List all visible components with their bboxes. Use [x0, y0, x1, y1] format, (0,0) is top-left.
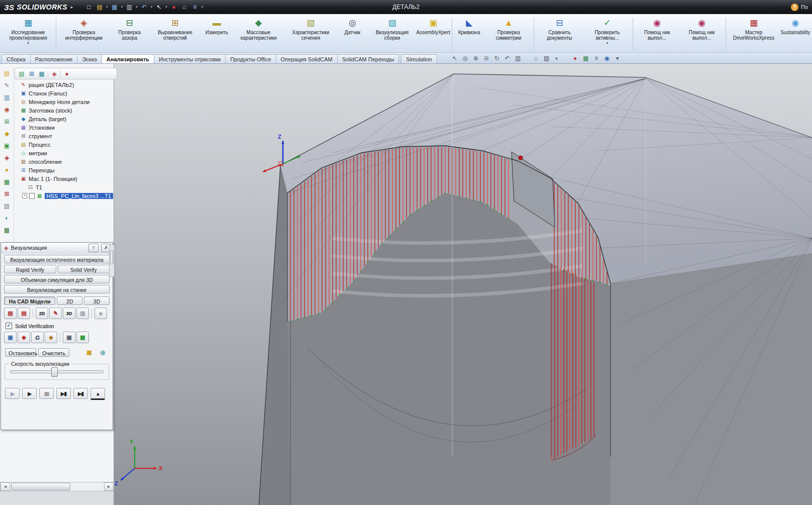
machine-icon[interactable]: ◈ — [50, 70, 58, 77]
stock-box-icon[interactable]: ▣ — [63, 332, 75, 343]
fixture-icon[interactable]: ◈ — [3, 153, 12, 162]
rapid-verify-button[interactable]: Rapid Verify — [4, 265, 56, 273]
tab-evaluate[interactable]: Анализировать — [102, 54, 154, 63]
ribbon-button-interference-check[interactable]: ◈Проверка интерференции — [58, 15, 110, 52]
scrollbar-thumb[interactable] — [11, 483, 70, 490]
cam-tree-icon[interactable]: ▤ — [18, 70, 26, 77]
tree-item-machine[interactable]: ▣Станок (Fanuc) — [14, 89, 113, 97]
appearance-icon[interactable]: ● — [571, 55, 579, 62]
ribbon-button-assistant-2[interactable]: ◉Помощ ник выпол... — [679, 15, 724, 52]
print-icon[interactable]: ▥ — [76, 308, 89, 319]
contrast-icon[interactable]: ◐ — [3, 214, 12, 222]
machine-simulation-button[interactable]: Визуализация на станке — [4, 285, 110, 293]
tab-render-tools[interactable]: Инструменты отрисовки — [154, 54, 226, 63]
solid-mode-icon[interactable]: ▣ — [4, 332, 17, 343]
hud-caret-icon[interactable]: ▾ — [614, 55, 622, 62]
ribbon-button-assemblyxpert[interactable]: ▣AssemblyXpert — [417, 15, 450, 52]
tree-item-mac1[interactable]: ▣Мас 1 (1- Позиция) — [14, 174, 113, 183]
ribbon-button-clearance-check[interactable]: ⊟Проверка зазора — [110, 15, 149, 52]
search-text[interactable]: По — [801, 4, 808, 10]
save-icon[interactable]: ▦ — [110, 2, 120, 12]
open-caret-icon[interactable]: ▾ — [106, 5, 108, 9]
home-icon[interactable]: ⌂ — [179, 2, 189, 12]
camera-icon[interactable]: ◉ — [603, 55, 611, 62]
tree-item-tool[interactable]: ⊠струмент — [14, 132, 113, 140]
slider-thumb[interactable] — [51, 367, 58, 377]
end-button[interactable]: ▶▮ — [73, 388, 88, 399]
volume-simulation-button[interactable]: Объемная симуляция для 3D — [4, 275, 110, 283]
zoom-out-icon[interactable]: ⊖ — [482, 55, 490, 62]
ribbon-button-sustainability[interactable]: ◉Sustainability — [780, 15, 811, 52]
tree-item-process[interactable]: ▤Процесс — [14, 140, 113, 149]
simulate-icon[interactable]: ● — [63, 70, 71, 77]
print-caret-icon[interactable]: ▾ — [136, 5, 138, 9]
folder-icon[interactable]: ▤ — [3, 69, 12, 77]
solid-verify-button[interactable]: Solid Verify — [58, 265, 110, 273]
ribbon-button-assistant-1[interactable]: ◉Помощ ник выпол... — [635, 15, 679, 52]
tab-assembly[interactable]: Сборка — [2, 54, 31, 63]
select-icon[interactable]: ↖ — [154, 2, 164, 12]
scroll-left-button[interactable]: ◄ — [1, 482, 10, 491]
play-button[interactable]: ▶ — [22, 388, 37, 399]
previous-view-icon[interactable]: ↶ — [503, 55, 512, 62]
2d-tab[interactable]: 2D — [57, 296, 82, 305]
scrollbar-thumb[interactable] — [110, 250, 114, 264]
rotate-view-icon[interactable]: ↻ — [493, 55, 501, 62]
ribbon-button-compare-documents[interactable]: ⊟Сравнить документы — [536, 15, 583, 52]
report-icon[interactable]: ≡ — [94, 308, 107, 319]
tab-sketch[interactable]: Эскиз — [77, 54, 102, 63]
solid-verification-checkbox[interactable]: ✓ — [6, 323, 12, 329]
tree-item-operation-root[interactable]: ✎рация (ДЕТАЛЬ2) — [14, 80, 113, 89]
tree-item-zero-manager[interactable]: ◎Менеджер Ноля детали — [14, 97, 113, 106]
print-icon[interactable]: ▥ — [124, 2, 134, 12]
tree-horizontal-scrollbar[interactable]: ◄ ► — [0, 482, 114, 491]
tree-item-geometry[interactable]: ◇метрии — [14, 149, 113, 157]
ribbon-button-hole-alignment[interactable]: ⊞Выравнивание отверстий — [149, 15, 201, 52]
redraw-icon[interactable]: ✎ — [49, 308, 62, 319]
tree-item-t1[interactable]: ⊡T1 — [14, 183, 113, 191]
tab-solidcam-transitions[interactable]: SolidCAM Переходы — [337, 54, 399, 63]
tree-item-fixture[interactable]: ▧способление — [14, 157, 113, 166]
target-icon[interactable]: ◉ — [3, 105, 12, 114]
pause-button[interactable]: ▮▮ — [39, 388, 54, 399]
step-button[interactable]: ▶ — [5, 388, 20, 399]
select-icon[interactable]: ↖ — [451, 55, 459, 62]
tree-item-setups[interactable]: ▦Установки — [14, 123, 113, 132]
hatch-icon[interactable]: ▧ — [3, 201, 12, 210]
zoom-fit-icon[interactable]: ◎ — [461, 55, 469, 62]
ribbon-button-section-properties[interactable]: ▧Характеристики сечения — [284, 15, 337, 52]
attach-icon[interactable]: ✎ — [3, 81, 12, 89]
view-2d-icon[interactable]: 2D — [36, 308, 48, 319]
show-stock-icon[interactable]: ▤ — [4, 308, 17, 319]
tree-item-hss-operation[interactable]: + ▦ HSS_PC_Lin_faces3 ...T1 — [14, 191, 113, 200]
hold-icon[interactable]: ▦ — [83, 347, 95, 358]
open-icon[interactable]: ▤ — [94, 2, 105, 12]
tab-layout[interactable]: Расположение — [30, 54, 78, 63]
rebuild-icon[interactable]: ● — [169, 2, 179, 12]
ribbon-button-measure[interactable]: ▬Измерить — [201, 15, 232, 52]
gouge-check-icon[interactable]: G — [31, 332, 44, 343]
ball-icon[interactable]: ● — [3, 165, 12, 174]
gear-icon[interactable]: ◎ — [97, 347, 109, 358]
tool-table-icon[interactable]: ⊞ — [28, 70, 36, 77]
visualization-panel-titlebar[interactable]: ◈ Визуализация ? ✗ — [1, 243, 113, 253]
view-3d-icon[interactable]: 3D — [63, 308, 75, 319]
display-style-icon[interactable]: ▧ — [543, 55, 551, 62]
help-icon[interactable]: ? — [791, 4, 798, 11]
ribbon-button-symmetry-check[interactable]: ▲Проверка симметрии — [485, 15, 533, 52]
cube-icon[interactable]: ▦ — [3, 177, 12, 186]
ribbon-button-sensor[interactable]: ◎Датчик — [337, 15, 368, 52]
tab-solidcam-operation[interactable]: Операция SolidCAM — [276, 54, 338, 63]
options-icon[interactable]: ≡ — [190, 2, 200, 12]
3d-viewport[interactable]: ZYXZ — [0, 64, 812, 505]
ribbon-button-driveworksxpress[interactable]: ▦Мастер DriveWorksXpress — [728, 15, 780, 52]
section-view-icon[interactable]: ▥ — [514, 55, 522, 62]
residual-material-button[interactable]: Визуализация остаточного материала — [4, 255, 110, 263]
ribbon-button-curvature[interactable]: ◣Кривизна — [454, 15, 485, 52]
scrollbar-track[interactable] — [10, 482, 104, 491]
tab-office-products[interactable]: Продукты Office — [225, 54, 276, 63]
ribbon-button-check-active[interactable]: ✓Проверить активны...▾ — [583, 15, 632, 52]
flags-icon[interactable]: ◈ — [45, 332, 57, 343]
eject-button[interactable]: ▲ — [90, 388, 105, 400]
grid-icon[interactable]: ⊞ — [3, 117, 12, 126]
